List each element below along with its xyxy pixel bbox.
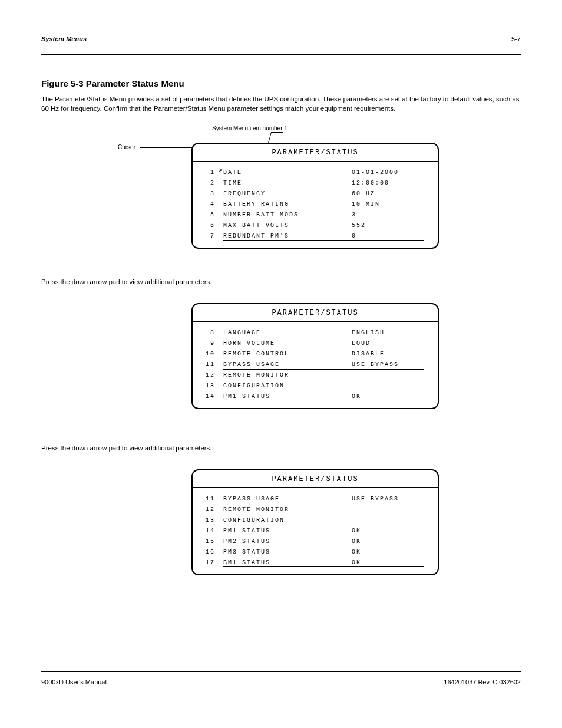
screen-1-hline xyxy=(223,240,424,241)
diagram-2: PARAMETER/STATUS 8 9 10 11 12 13 14 LANG… xyxy=(41,297,521,427)
intro-text: The Parameter/Status Menu provides a set… xyxy=(41,94,521,113)
mid-text-1: Press the down arrow pad to view additio… xyxy=(41,278,521,285)
screen-1-numbers: 1 2 3 4 5 6 7 xyxy=(197,167,215,242)
header-left: System Menus xyxy=(41,35,87,42)
header-page: 5-7 xyxy=(511,35,521,42)
screen-3-vline xyxy=(219,494,219,567)
callout-line-2b xyxy=(271,132,283,133)
mid-text-2: Press the down arrow pad to view additio… xyxy=(41,444,521,452)
diagram-1: Cursor System Menu item number 1 PARAMET… xyxy=(41,125,521,261)
callout-line-1 xyxy=(140,147,196,148)
screen-3: PARAMETER/STATUS 11 12 13 14 15 16 17 BY… xyxy=(191,469,439,575)
screen-2-numbers: 8 9 10 11 12 13 14 xyxy=(197,328,215,402)
callout-item-label: System Menu item number 1 xyxy=(212,125,287,131)
screen-3-title: PARAMETER/STATUS xyxy=(193,470,438,488)
footer-left: 9000xD User's Manual xyxy=(41,678,107,686)
screen-2-labels: LANGUAGE HORN VOLUME REMOTE CONTROL BYPA… xyxy=(223,328,289,402)
header-rule xyxy=(41,54,521,55)
diagram-3: PARAMETER/STATUS 11 12 13 14 15 16 17 BY… xyxy=(41,463,521,593)
screen-1: PARAMETER/STATUS > 1 2 3 4 5 6 7 DATE TI… xyxy=(191,143,439,249)
screen-3-numbers: 11 12 13 14 15 16 17 xyxy=(197,494,215,568)
screen-2-vline xyxy=(219,328,219,401)
callout-cursor-label: Cursor xyxy=(118,144,135,150)
screen-2-title: PARAMETER/STATUS xyxy=(193,304,438,322)
screen-1-labels: DATE TIME FREQUENCY BATTERY RATING NUMBE… xyxy=(223,167,299,242)
footer-right: 164201037 Rev. C 032602 xyxy=(444,678,521,686)
screen-3-labels: BYPASS USAGE REMOTE MONITOR CONFIGURATIO… xyxy=(223,494,289,568)
screen-1-vline xyxy=(219,167,219,241)
footer-rule xyxy=(41,671,521,672)
figure-title: Figure 5-3 Parameter Status Menu xyxy=(41,78,521,88)
screen-1-title: PARAMETER/STATUS xyxy=(193,144,438,162)
screen-2: PARAMETER/STATUS 8 9 10 11 12 13 14 LANG… xyxy=(191,303,439,409)
screen-1-values: 01-01-2000 12:00:00 60 HZ 10 MIN 3 552 0 xyxy=(352,167,399,242)
screen-3-values: USE BYPASS OK OK OK OK xyxy=(352,494,399,568)
screen-2-values: ENGLISH LOUD DISABLE USE BYPASS OK xyxy=(352,328,399,402)
